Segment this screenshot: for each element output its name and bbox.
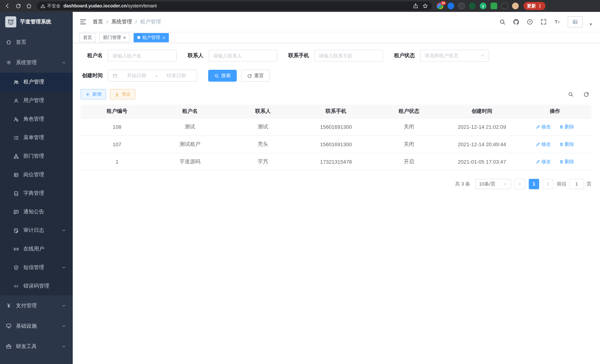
page-size-value: 10条/页	[479, 180, 495, 187]
sidebar-item-label: 首页	[16, 39, 26, 46]
extension-icon[interactable]	[490, 3, 497, 9]
plus-icon	[85, 92, 90, 97]
pencil-icon	[536, 142, 540, 146]
delete-link[interactable]: 删除	[559, 123, 574, 130]
reset-button[interactable]: 重置	[241, 70, 270, 82]
contact-input[interactable]	[213, 53, 273, 58]
tenant-icon	[13, 79, 19, 85]
sidebar-item-users[interactable]: 用户管理	[0, 91, 73, 110]
tab-tenant[interactable]: 租户管理 ×	[133, 33, 169, 42]
search-icon[interactable]	[499, 19, 506, 25]
share-icon[interactable]	[412, 3, 419, 9]
url-path: /system/tenant	[127, 3, 157, 9]
edit-link[interactable]: 修改	[536, 158, 551, 165]
avatar[interactable]	[568, 16, 583, 28]
bookmark-star-icon[interactable]	[422, 3, 428, 9]
chevron-down-icon	[62, 303, 66, 308]
sidebar-item-system[interactable]: 系统管理	[0, 52, 73, 73]
refresh-table-icon[interactable]	[583, 91, 589, 97]
browser-update-button[interactable]: 更新 ⋮	[524, 2, 545, 10]
status-select[interactable]: 请选择租户状态	[420, 50, 489, 62]
extension-icon[interactable]: y	[480, 3, 487, 9]
trash-icon	[559, 159, 563, 164]
download-icon	[115, 92, 120, 97]
back-icon[interactable]	[4, 3, 10, 9]
github-icon[interactable]	[513, 19, 520, 25]
audit-icon	[13, 228, 19, 233]
sidebar-item-roles[interactable]: 角色管理	[0, 110, 73, 128]
goto-page-input[interactable]	[569, 179, 584, 189]
table-toolbar: 新增 导出	[81, 89, 591, 99]
cell-contact: 测试	[226, 118, 300, 135]
add-button[interactable]: 新增	[81, 89, 106, 99]
help-icon[interactable]	[527, 19, 533, 25]
app-logo[interactable]: 芋道管理系统	[0, 12, 73, 32]
sidebar-item-infrastructure[interactable]: 基础设施	[0, 316, 73, 336]
sidebar-item-notice[interactable]: 通知公告	[0, 203, 73, 221]
extension-icon[interactable]	[501, 3, 508, 9]
fullscreen-icon[interactable]	[540, 19, 547, 25]
chevron-down-icon	[480, 53, 485, 58]
date-range-picker[interactable]: 开始日期 - 结束日期	[108, 70, 197, 82]
extension-icon[interactable]: 10	[437, 3, 443, 9]
breadcrumb-system[interactable]: 系统管理	[111, 19, 132, 25]
tenant-name-input[interactable]	[112, 53, 172, 58]
page-1-button[interactable]: 1	[529, 179, 539, 189]
edit-link[interactable]: 修改	[536, 141, 551, 148]
tab-department[interactable]: 部门管理 ×	[99, 33, 130, 42]
extension-icon[interactable]	[448, 3, 454, 9]
font-size-icon[interactable]	[554, 19, 561, 25]
breadcrumb-home[interactable]: 首页	[93, 19, 103, 25]
sidebar-item-label: 系统管理	[16, 59, 37, 66]
cell-phone: 15601691300	[300, 135, 372, 153]
kebab-menu-icon[interactable]: ⋮	[538, 3, 542, 9]
home-icon[interactable]	[26, 3, 32, 9]
breadcrumb-separator: /	[106, 19, 108, 25]
security-indicator[interactable]: 不安全	[40, 3, 60, 9]
caret-down-icon[interactable]: ▾	[590, 22, 592, 28]
tab-label: 首页	[83, 34, 92, 41]
reload-icon[interactable]	[15, 3, 21, 9]
edit-link[interactable]: 修改	[536, 123, 551, 130]
sidebar-item-dev-tools[interactable]: 研发工具	[0, 336, 73, 357]
toggle-search-icon[interactable]	[568, 91, 574, 97]
extension-icon[interactable]	[469, 3, 476, 9]
breadcrumb-separator: /	[135, 19, 137, 25]
sidebar-item-label: 角色管理	[23, 116, 44, 122]
delete-link[interactable]: 删除	[559, 141, 574, 148]
sidebar-item-menus[interactable]: 菜单管理	[0, 128, 73, 147]
sidebar-item-error-codes[interactable]: 错误码管理	[0, 277, 73, 295]
sidebar-item-payment[interactable]: 支付管理	[0, 295, 73, 316]
next-page-button[interactable]	[543, 179, 553, 189]
url-bar[interactable]: 不安全 dashboard.yudao.iocoder.cn/system/te…	[37, 1, 432, 10]
search-button[interactable]: 搜索	[208, 70, 237, 82]
sidebar-item-label: 通知公告	[23, 208, 44, 215]
sidebar-item-tenant[interactable]: 租户管理	[0, 73, 73, 91]
sidebar-item-dict[interactable]: 字典管理	[0, 184, 73, 203]
page-size-select[interactable]: 10条/页	[475, 179, 511, 189]
sidebar-item-audit-log[interactable]: 审计日志	[0, 221, 73, 240]
chevron-up-icon	[62, 60, 66, 65]
active-dot-icon	[137, 36, 140, 39]
chevron-down-icon	[62, 228, 66, 233]
sidebar-item-sms[interactable]: 短信管理	[0, 258, 73, 277]
extension-icon[interactable]	[458, 3, 465, 9]
phone-input[interactable]	[319, 53, 378, 58]
hamburger-icon[interactable]	[79, 18, 87, 26]
refresh-icon	[247, 73, 252, 78]
sidebar-item-home[interactable]: 首页	[0, 32, 73, 52]
profile-avatar-icon[interactable]	[512, 3, 519, 9]
close-icon[interactable]: ×	[162, 35, 165, 40]
prev-page-button[interactable]	[515, 179, 525, 189]
tab-home[interactable]: 首页	[79, 33, 96, 42]
sidebar-item-online-users[interactable]: 在线用户	[0, 240, 73, 258]
close-icon[interactable]: ×	[123, 35, 126, 40]
delete-link[interactable]: 删除	[559, 158, 574, 165]
sidebar-item-label: 短信管理	[23, 264, 44, 271]
sidebar: 芋道管理系统 首页 系统管理 租户管理 用户管理 角色管理	[0, 12, 73, 364]
export-button[interactable]: 导出	[110, 89, 135, 99]
sidebar-item-departments[interactable]: 部门管理	[0, 147, 73, 166]
sidebar-item-posts[interactable]: 岗位管理	[0, 166, 73, 184]
cell-name: 测试租户	[153, 135, 226, 153]
tags-view: 首页 部门管理 × 租户管理 ×	[73, 32, 600, 43]
